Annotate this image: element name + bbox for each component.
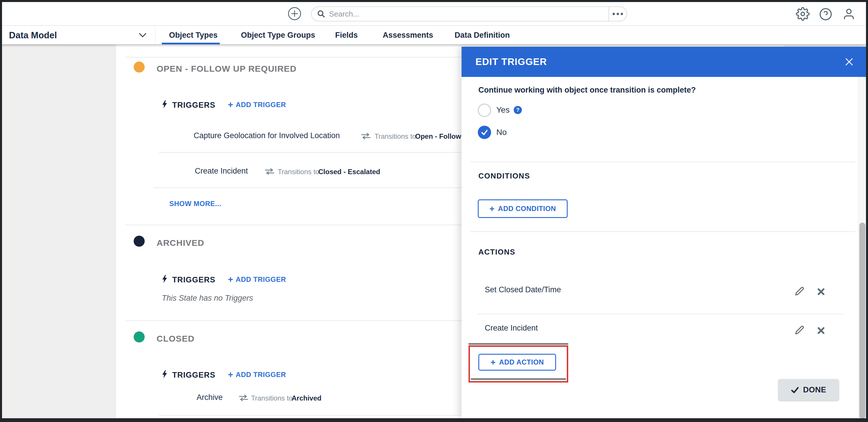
trigger-row[interactable]: Create Incident	[195, 167, 248, 176]
plus-icon: +	[228, 101, 233, 108]
add-trigger-button[interactable]: + ADD TRIGGER	[228, 371, 286, 379]
panel-title: EDIT TRIGGER	[475, 56, 547, 67]
tab-object-type-groups[interactable]: Object Type Groups	[241, 31, 315, 40]
radio-no[interactable]	[478, 126, 491, 139]
state-dot-closed	[134, 332, 145, 342]
transitions-label: Transitions to	[375, 132, 416, 140]
show-more-link[interactable]: SHOW MORE...	[169, 200, 221, 208]
transition-target: Closed - Escalated	[318, 168, 380, 176]
create-icon[interactable]	[288, 7, 302, 21]
state-title-archived: ARCHIVED	[157, 238, 205, 248]
panel-header: EDIT TRIGGER	[462, 47, 866, 77]
row-divider	[159, 152, 462, 153]
radio-yes-label: Yes	[496, 105, 510, 115]
divider-bar	[468, 343, 568, 345]
search-options-icon[interactable]	[609, 7, 626, 21]
panel-question: Continue working with object once transi…	[478, 86, 696, 94]
help-badge-icon[interactable]: ?	[514, 106, 522, 114]
edit-trigger-panel: EDIT TRIGGER Continue working with objec…	[462, 47, 866, 418]
transitions-icon	[361, 133, 371, 139]
section-divider	[125, 57, 462, 57]
transition-target: Archived	[292, 394, 321, 402]
plus-icon: +	[228, 371, 233, 378]
add-trigger-button[interactable]: + ADD TRIGGER	[228, 276, 286, 284]
state-dot-open	[134, 61, 145, 73]
help-icon[interactable]	[819, 7, 833, 22]
triggers-heading: TRIGGERS	[172, 101, 215, 110]
transitions-label: Transitions to	[278, 168, 319, 176]
plus-icon: +	[491, 359, 496, 366]
transitions-icon	[239, 395, 248, 401]
radio-yes[interactable]	[478, 104, 491, 117]
actions-heading: ACTIONS	[478, 248, 516, 257]
check-icon	[791, 386, 799, 394]
trigger-row[interactable]: Capture Geolocation for Involved Locatio…	[194, 131, 340, 140]
no-triggers-text: This State has no Triggers	[162, 294, 253, 303]
data-model-dropdown[interactable]: Data Model	[9, 30, 57, 40]
lightning-icon	[161, 100, 168, 109]
search-input[interactable]	[326, 9, 609, 19]
tab-object-types[interactable]: Object Types	[169, 31, 218, 40]
conditions-heading: CONDITIONS	[478, 171, 530, 180]
tab-fields[interactable]: Fields	[335, 31, 358, 40]
state-divider	[125, 225, 462, 225]
done-button[interactable]: DONE	[778, 379, 839, 401]
gear-icon[interactable]	[796, 7, 810, 21]
panel-divider	[470, 231, 855, 232]
transitions-icon	[265, 168, 274, 175]
row-divider	[154, 188, 462, 188]
radio-no-label: No	[496, 128, 507, 137]
check-icon	[481, 129, 488, 136]
add-trigger-button[interactable]: + ADD TRIGGER	[228, 101, 286, 109]
lightning-icon	[161, 370, 168, 378]
panel-divider	[478, 314, 844, 314]
transition-target: Open - Follow U	[415, 132, 468, 140]
app-screen: Data Model Object Types Object Type Grou…	[0, 0, 868, 422]
nav-bar: Data Model Object Types Object Type Grou…	[2, 26, 866, 45]
search-icon	[317, 9, 326, 18]
delete-x-icon[interactable]	[817, 288, 826, 297]
left-sidebar	[2, 45, 116, 418]
top-bar	[2, 2, 866, 26]
add-action-button[interactable]: + ADD ACTION	[478, 354, 556, 371]
chevron-down-icon[interactable]	[139, 32, 146, 38]
panel-scrollbar-track[interactable]	[858, 77, 866, 418]
nav-separator	[155, 26, 155, 45]
triggers-heading: TRIGGERS	[172, 371, 215, 379]
edit-pencil-icon[interactable]	[795, 325, 804, 335]
tab-assessments[interactable]: Assessments	[383, 31, 433, 40]
search-box	[311, 6, 627, 22]
plus-icon: +	[489, 205, 495, 212]
state-dot-archived	[134, 236, 145, 247]
row-divider	[159, 415, 462, 416]
action-row: Set Closed Date/Time	[485, 285, 561, 294]
state-divider	[125, 320, 462, 321]
trigger-row[interactable]: Archive	[196, 393, 223, 402]
state-title-open: OPEN - FOLLOW UP REQUIRED	[157, 64, 297, 74]
plus-icon: +	[228, 276, 233, 283]
add-condition-button[interactable]: + ADD CONDITION	[478, 199, 568, 218]
panel-scrollbar-thumb[interactable]	[859, 223, 865, 419]
edit-pencil-icon[interactable]	[795, 286, 804, 296]
tab-data-definition[interactable]: Data Definition	[455, 31, 510, 40]
panel-divider	[470, 162, 855, 162]
delete-x-icon[interactable]	[817, 327, 826, 336]
transitions-label: Transitions to	[251, 394, 292, 402]
active-tab-underline	[162, 43, 220, 45]
close-icon[interactable]	[844, 57, 854, 66]
triggers-heading: TRIGGERS	[172, 276, 215, 284]
action-row: Create Incident	[485, 323, 538, 333]
user-icon[interactable]	[842, 7, 856, 22]
lightning-icon	[161, 275, 168, 283]
divider-bar	[471, 378, 566, 380]
state-title-closed: CLOSED	[157, 334, 194, 344]
